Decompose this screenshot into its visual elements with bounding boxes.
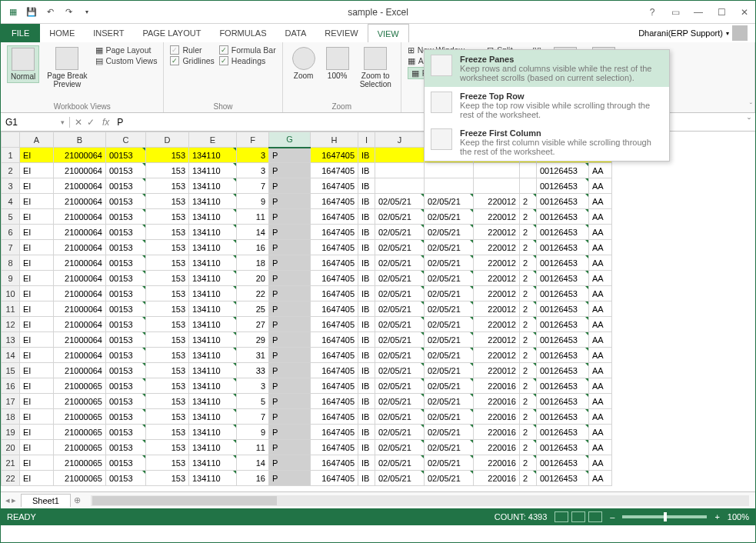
cell-H22[interactable]: 1647405 xyxy=(311,471,358,486)
cell-I13[interactable]: IB xyxy=(358,332,375,348)
cell-F9[interactable]: 20 xyxy=(237,271,269,286)
cell-A2[interactable]: EI xyxy=(20,163,54,178)
cell-D2[interactable]: 153 xyxy=(146,163,189,178)
cell-A5[interactable]: EI xyxy=(20,209,54,225)
cell-J3[interactable] xyxy=(375,178,425,194)
cell-B11[interactable]: 21000064 xyxy=(54,301,106,317)
cell-D9[interactable]: 153 xyxy=(146,271,189,286)
cell-K19[interactable]: 02/05/21 xyxy=(425,425,474,440)
row-header-18[interactable]: 18 xyxy=(2,409,20,425)
cell-A1[interactable]: EI xyxy=(20,148,54,163)
cell-A11[interactable]: EI xyxy=(20,301,54,317)
zoom-to-selection-button[interactable]: Zoom to Selection xyxy=(357,45,395,90)
cell-N10[interactable]: 00126453 xyxy=(537,286,589,301)
cell-G18[interactable]: P xyxy=(269,409,311,425)
tab-data[interactable]: DATA xyxy=(276,24,316,42)
cell-C21[interactable]: 00153 xyxy=(106,455,146,471)
cell-B12[interactable]: 21000064 xyxy=(54,317,106,332)
cell-N13[interactable]: 00126453 xyxy=(537,332,589,348)
cell-E19[interactable]: 134110 xyxy=(189,425,237,440)
cell-M22[interactable]: 2 xyxy=(520,471,537,486)
cell-I11[interactable]: IB xyxy=(358,301,375,317)
cell-D6[interactable]: 153 xyxy=(146,225,189,240)
cell-I20[interactable]: IB xyxy=(358,440,375,455)
cell-O19[interactable]: AA xyxy=(589,425,612,440)
gridlines-checkbox[interactable]: ✓Gridlines xyxy=(170,56,214,65)
save-icon[interactable]: 💾 xyxy=(24,5,39,20)
cell-E6[interactable]: 134110 xyxy=(189,225,237,240)
cell-C19[interactable]: 00153 xyxy=(106,425,146,440)
cell-L14[interactable]: 220012 xyxy=(474,348,520,363)
freeze-top-row-option[interactable]: Freeze Top RowKeep the top row visible w… xyxy=(425,87,669,124)
cell-O18[interactable]: AA xyxy=(589,409,612,425)
user-account[interactable]: Dharani(ERP Support) ▾ xyxy=(631,24,755,42)
cell-D7[interactable]: 153 xyxy=(146,240,189,255)
cell-B1[interactable]: 21000064 xyxy=(54,148,106,163)
row-header-1[interactable]: 1 xyxy=(2,148,20,163)
cell-A3[interactable]: EI xyxy=(20,178,54,194)
row-header-22[interactable]: 22 xyxy=(2,471,20,486)
zoom-button[interactable]: Zoom xyxy=(289,45,318,82)
cell-G6[interactable]: P xyxy=(269,225,311,240)
cell-J13[interactable]: 02/05/21 xyxy=(375,332,425,348)
cell-I18[interactable]: IB xyxy=(358,409,375,425)
cell-B4[interactable]: 21000064 xyxy=(54,194,106,209)
cell-H5[interactable]: 1647405 xyxy=(311,209,358,225)
cell-J22[interactable]: 02/05/21 xyxy=(375,471,425,486)
cell-C17[interactable]: 00153 xyxy=(106,394,146,409)
cell-M19[interactable]: 2 xyxy=(520,425,537,440)
cell-K13[interactable]: 02/05/21 xyxy=(425,332,474,348)
cell-M11[interactable]: 2 xyxy=(520,301,537,317)
cell-F6[interactable]: 14 xyxy=(237,225,269,240)
cell-J6[interactable]: 02/05/21 xyxy=(375,225,425,240)
new-sheet-button[interactable]: ⊕ xyxy=(71,495,85,505)
cell-O8[interactable]: AA xyxy=(589,255,612,271)
cell-O15[interactable]: AA xyxy=(589,363,612,378)
cell-J15[interactable]: 02/05/21 xyxy=(375,363,425,378)
cell-D22[interactable]: 153 xyxy=(146,471,189,486)
cell-C16[interactable]: 00153 xyxy=(106,378,146,394)
cell-E20[interactable]: 134110 xyxy=(189,440,237,455)
collapse-ribbon-icon[interactable]: ˇ xyxy=(750,102,752,111)
hundred-percent-button[interactable]: 100% xyxy=(323,45,352,82)
cell-D19[interactable]: 153 xyxy=(146,425,189,440)
cell-J5[interactable]: 02/05/21 xyxy=(375,209,425,225)
cell-N5[interactable]: 00126453 xyxy=(537,209,589,225)
redo-icon[interactable]: ↷ xyxy=(61,5,76,20)
row-header-5[interactable]: 5 xyxy=(2,209,20,225)
cell-M13[interactable]: 2 xyxy=(520,332,537,348)
cell-J4[interactable]: 02/05/21 xyxy=(375,194,425,209)
cell-H14[interactable]: 1647405 xyxy=(311,348,358,363)
cell-N11[interactable]: 00126453 xyxy=(537,301,589,317)
cell-E12[interactable]: 134110 xyxy=(189,317,237,332)
cell-K15[interactable]: 02/05/21 xyxy=(425,363,474,378)
minimize-icon[interactable]: — xyxy=(688,4,709,21)
cell-O22[interactable]: AA xyxy=(589,471,612,486)
cell-B20[interactable]: 21000065 xyxy=(54,440,106,455)
tab-file[interactable]: FILE xyxy=(1,24,40,42)
cell-G10[interactable]: P xyxy=(269,286,311,301)
zoom-percent[interactable]: 100% xyxy=(728,512,749,521)
column-header-B[interactable]: B xyxy=(54,132,106,148)
cell-C1[interactable]: 00153 xyxy=(106,148,146,163)
cell-G20[interactable]: P xyxy=(269,440,311,455)
cell-J18[interactable]: 02/05/21 xyxy=(375,409,425,425)
cell-C5[interactable]: 00153 xyxy=(106,209,146,225)
cell-K10[interactable]: 02/05/21 xyxy=(425,286,474,301)
cell-L2[interactable] xyxy=(474,163,520,178)
freeze-first-column-option[interactable]: Freeze First ColumnKeep the first column… xyxy=(425,124,669,161)
cell-E21[interactable]: 134110 xyxy=(189,455,237,471)
cell-H12[interactable]: 1647405 xyxy=(311,317,358,332)
cell-B22[interactable]: 21000065 xyxy=(54,471,106,486)
cell-M7[interactable]: 2 xyxy=(520,240,537,255)
cell-O6[interactable]: AA xyxy=(589,225,612,240)
cell-H18[interactable]: 1647405 xyxy=(311,409,358,425)
worksheet-grid[interactable]: ABCDEFGHIJKLMNO1EI2100006400153153134110… xyxy=(1,132,755,491)
cell-C13[interactable]: 00153 xyxy=(106,332,146,348)
cell-A20[interactable]: EI xyxy=(20,440,54,455)
cell-B6[interactable]: 21000064 xyxy=(54,225,106,240)
cell-E1[interactable]: 134110 xyxy=(189,148,237,163)
cell-F21[interactable]: 14 xyxy=(237,455,269,471)
cell-E2[interactable]: 134110 xyxy=(189,163,237,178)
cell-C22[interactable]: 00153 xyxy=(106,471,146,486)
